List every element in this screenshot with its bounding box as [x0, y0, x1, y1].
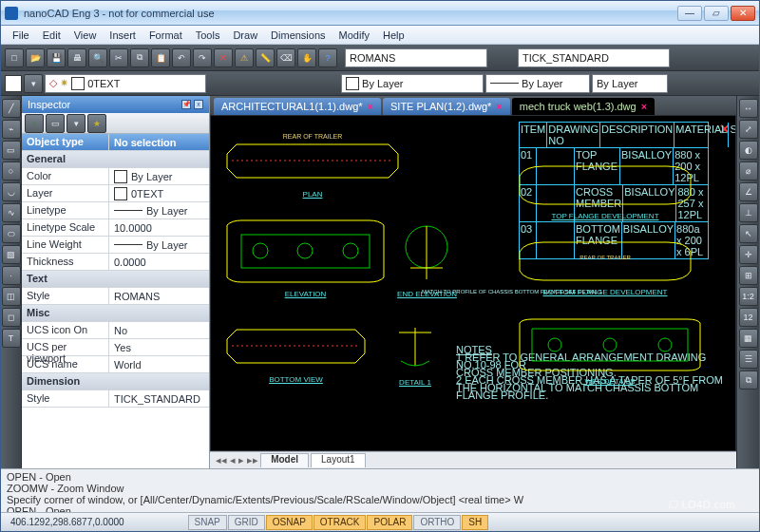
linetype-bylayer-field[interactable]: By Layer — [485, 74, 590, 93]
circle-tool-icon[interactable]: ○ — [2, 162, 21, 180]
save-icon[interactable]: 💾 — [47, 48, 66, 67]
close-icon[interactable]: × — [368, 101, 373, 112]
tolerance-icon[interactable]: ⊞ — [739, 266, 758, 285]
close-icon[interactable]: × — [641, 101, 647, 112]
close-icon[interactable]: × — [496, 101, 502, 112]
row-ucs-viewport[interactable]: UCS per viewportYes — [22, 339, 209, 356]
current-color-swatch[interactable] — [5, 75, 22, 92]
menu-help[interactable]: Help — [377, 28, 410, 43]
drawing-area: ARCHITECTURAL1(1.1).dwg*× SITE PLAN(1.2)… — [210, 96, 736, 468]
drawing-canvas[interactable]: × ITEM DRAWING NO DESCRIPTION MATERIAL S… — [210, 115, 736, 451]
sh-toggle[interactable]: SH — [462, 515, 488, 530]
measure-icon[interactable]: 📏 — [256, 48, 275, 67]
dim-diameter-icon[interactable]: ⌀ — [739, 162, 758, 180]
polar-toggle[interactable]: POLAR — [367, 515, 412, 530]
row-dim-style[interactable]: StyleTICK_STANDARD — [22, 390, 209, 408]
insp-filter-icon[interactable]: ▾ — [66, 114, 86, 133]
sheet-tab-layout1[interactable]: Layout1 — [311, 453, 366, 467]
warn-icon[interactable]: ⚠ — [235, 48, 254, 67]
row-layer[interactable]: Layer0TEXT — [22, 185, 209, 202]
hatch-tool-icon[interactable]: ▧ — [2, 245, 21, 264]
osnap-toggle[interactable]: OSNAP — [266, 515, 313, 530]
row-color[interactable]: ColorBy Layer — [22, 168, 209, 185]
cancel-icon[interactable]: ✕ — [214, 48, 233, 67]
minimize-button[interactable]: — — [677, 6, 702, 21]
text-style-field[interactable]: ROMANS — [345, 48, 487, 67]
menu-edit[interactable]: Edit — [37, 28, 66, 43]
copy-icon[interactable]: ⧉ — [130, 48, 149, 67]
region-tool-icon[interactable]: ◻ — [2, 308, 21, 327]
text-tool-icon[interactable]: T — [2, 329, 21, 348]
dim-radius-icon[interactable]: ◐ — [739, 141, 758, 160]
rect-tool-icon[interactable]: ▭ — [2, 141, 21, 160]
line-tool-icon[interactable]: ╱ — [2, 99, 21, 118]
dim-ordinate-icon[interactable]: ⊥ — [739, 203, 758, 222]
panel-pin-icon[interactable]: 📌 — [181, 100, 191, 109]
table-icon[interactable]: ▦ — [739, 329, 758, 348]
inspector-panel: Inspector 📌 x + ▭ ▾ ★ Object typeNo sele… — [22, 96, 210, 468]
xref-icon[interactable]: ⧉ — [739, 370, 758, 390]
help-icon[interactable]: ? — [318, 48, 337, 67]
arc-tool-icon[interactable]: ◡ — [2, 182, 21, 201]
spline-tool-icon[interactable]: ∿ — [2, 203, 21, 222]
menu-view[interactable]: View — [68, 28, 103, 43]
menu-dimensions[interactable]: Dimensions — [265, 28, 331, 43]
undo-icon[interactable]: ↶ — [172, 48, 191, 67]
command-window[interactable]: OPEN - Open ZOOMW - Zoom Window Specify … — [1, 468, 759, 512]
snap-toggle[interactable]: SNAP — [188, 515, 227, 530]
color-dropdown-icon[interactable]: ▾ — [24, 74, 43, 93]
block-tool-icon[interactable]: ◫ — [2, 287, 21, 306]
otrack-toggle[interactable]: OTRACK — [314, 515, 367, 530]
maximize-button[interactable]: ▱ — [704, 6, 729, 21]
layer-dropdown[interactable]: ◇ ✷ 0TEXT — [45, 74, 206, 93]
scale-icon[interactable]: 12 — [739, 308, 758, 327]
ellipse-tool-icon[interactable]: ⬭ — [2, 224, 21, 243]
redo-icon[interactable]: ↷ — [193, 48, 212, 67]
cut-icon[interactable]: ✂ — [109, 48, 128, 67]
dim-style-field[interactable]: TICK_STANDARD — [518, 48, 670, 67]
new-file-icon[interactable]: □ — [5, 48, 24, 67]
dim-angular-icon[interactable]: ∠ — [739, 182, 758, 201]
row-ltscale[interactable]: Linetype Scale10.0000 — [22, 219, 209, 237]
ortho-toggle[interactable]: ORTHO — [413, 515, 461, 530]
color-bylayer-field[interactable]: By Layer — [341, 74, 484, 93]
menu-modify[interactable]: Modify — [333, 28, 375, 43]
row-linetype[interactable]: LinetypeBy Layer — [22, 202, 209, 219]
xy-coord-icon[interactable]: 1:2 — [739, 287, 758, 306]
dim-linear-icon[interactable]: ↔ — [739, 99, 758, 118]
center-mark-icon[interactable]: ✛ — [739, 245, 758, 264]
point-tool-icon[interactable]: · — [2, 266, 21, 285]
paste-icon[interactable]: 📋 — [151, 48, 170, 67]
menu-tools[interactable]: Tools — [190, 28, 226, 43]
grid-toggle[interactable]: GRID — [228, 515, 265, 530]
lineweight-bylayer-field[interactable]: By Layer — [592, 74, 668, 93]
row-ucs-name[interactable]: UCS nameWorld — [22, 356, 209, 373]
insp-select-icon[interactable]: ▭ — [46, 114, 65, 133]
leader-icon[interactable]: ↖ — [739, 224, 758, 243]
print-icon[interactable]: 🖶 — [67, 48, 86, 67]
row-ucs-icon-on[interactable]: UCS icon OnNo — [22, 322, 209, 339]
layers-icon[interactable]: ☰ — [739, 350, 758, 369]
insp-star-icon[interactable]: ★ — [87, 114, 106, 133]
row-lineweight[interactable]: Line WeightBy Layer — [22, 237, 209, 254]
menu-file[interactable]: File — [7, 28, 35, 43]
window-close-button[interactable]: ✕ — [731, 6, 755, 21]
polyline-tool-icon[interactable]: ⌁ — [2, 120, 21, 139]
preview-icon[interactable]: 🔍 — [88, 48, 107, 67]
open-file-icon[interactable]: 📂 — [26, 48, 45, 67]
menu-format[interactable]: Format — [143, 28, 188, 43]
dim-aligned-icon[interactable]: ⤢ — [739, 120, 758, 139]
insp-add-icon[interactable]: + — [25, 114, 44, 133]
tab-architectural[interactable]: ARCHITECTURAL1(1.1).dwg*× — [214, 98, 381, 115]
sheet-tab-model[interactable]: Model — [260, 453, 309, 467]
panel-close-icon[interactable]: x — [194, 100, 203, 109]
row-thickness[interactable]: Thickness0.0000 — [22, 254, 209, 271]
inspector-grid: Object typeNo selection General ColorBy … — [22, 134, 209, 468]
tab-site-plan[interactable]: SITE PLAN(1.2).dwg*× — [383, 98, 510, 115]
erase-icon[interactable]: ⌫ — [276, 48, 295, 67]
menu-draw[interactable]: Draw — [227, 28, 263, 43]
menu-insert[interactable]: Insert — [104, 28, 142, 43]
row-text-style[interactable]: StyleROMANS — [22, 288, 209, 305]
tab-mech-truck[interactable]: mech truck web(1.3).dwg× — [512, 98, 655, 115]
pan-icon[interactable]: ✋ — [297, 48, 316, 67]
